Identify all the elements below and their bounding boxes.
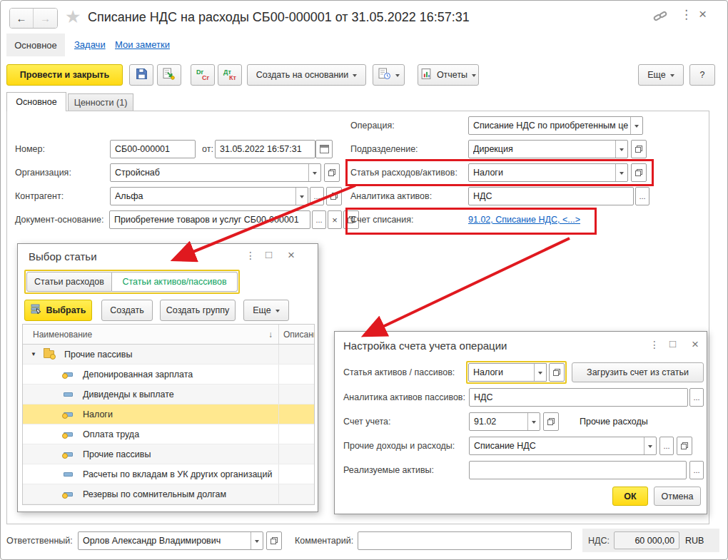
base-document-select-button[interactable]: ... <box>312 210 326 229</box>
window-maximize-icon[interactable]: □ <box>266 249 272 260</box>
create-group-button[interactable]: Создать группу <box>160 300 236 321</box>
create-article-button[interactable]: Создать <box>101 300 153 321</box>
dropdown-button[interactable] <box>534 364 546 381</box>
tab-asset-liability-articles[interactable]: Статьи активов/пассивов <box>112 272 238 292</box>
item-open-button[interactable] <box>549 363 565 382</box>
account-field[interactable]: 91.02 <box>469 412 540 431</box>
expense-item-field[interactable]: Налоги <box>468 163 628 182</box>
dropdown-button[interactable] <box>308 164 320 181</box>
date-field[interactable]: 31.05.2022 16:57:31 <box>215 140 315 158</box>
tab-expense-articles[interactable]: Статьи расходов <box>26 272 112 292</box>
counterparty-select-button[interactable]: ... <box>310 187 324 205</box>
open-form-icon <box>635 169 642 176</box>
window-close-icon[interactable]: × <box>692 338 699 350</box>
number-field[interactable]: СБ00-000001 <box>110 140 196 158</box>
tree-row[interactable]: Дивиденды к выплате <box>23 385 314 404</box>
table-header: Наименование ↓ Описание <box>23 325 314 345</box>
account-note: Прочие расходы <box>580 412 648 431</box>
organization-field[interactable]: Стройснаб <box>110 163 321 182</box>
dropdown-button[interactable] <box>295 188 308 205</box>
dropdown-button[interactable] <box>615 164 627 181</box>
window-menu-kebab-icon[interactable]: ⋮ <box>649 340 659 350</box>
other-income-field[interactable]: Списание НДС <box>469 437 657 455</box>
tree-row[interactable]: ▼Прочие пассивы <box>23 345 314 365</box>
window-menu-kebab-icon[interactable]: ⋮ <box>680 9 692 21</box>
post-document-button[interactable] <box>157 64 181 86</box>
account-label: Счет учета: <box>343 412 390 431</box>
tree-row[interactable]: Депонированная зарплата <box>23 365 314 385</box>
vat-total-group: НДС: 60 000,00 RUB <box>582 529 719 552</box>
dropdown-button[interactable] <box>630 117 642 134</box>
cancel-button[interactable]: Отмена <box>654 487 701 506</box>
column-header-name[interactable]: Наименование ↓ <box>23 325 279 344</box>
tree-row[interactable]: Резервы по сомнительным долгам <box>23 484 314 504</box>
ellipsis-icon: ... <box>315 215 322 224</box>
date-picker-button[interactable] <box>315 140 333 158</box>
back-button[interactable]: ← <box>10 9 34 28</box>
window-maximize-icon[interactable]: □ <box>669 338 676 349</box>
window-close-icon[interactable]: × <box>288 249 295 261</box>
dropdown-button[interactable] <box>527 413 540 430</box>
window-close-icon[interactable]: × <box>699 7 707 21</box>
other-income-open-button[interactable] <box>677 437 692 455</box>
nav-item-tasks[interactable]: Задачи <box>74 39 106 50</box>
chevron-down-icon <box>538 372 542 377</box>
department-open-button[interactable] <box>631 140 647 158</box>
writeoff-account-link[interactable]: 91.02, Списание НДС, <...> <box>468 215 580 225</box>
dr-cr-postings-button[interactable]: DrCr <box>191 64 215 86</box>
dropdown-button[interactable] <box>251 532 263 549</box>
dropdown-button[interactable] <box>644 437 656 454</box>
department-field[interactable]: Дирекция <box>468 140 628 158</box>
scheduled-tasks-button[interactable] <box>373 64 405 86</box>
responsible-open-button[interactable] <box>266 531 282 550</box>
post-and-close-button[interactable]: Провести и закрыть <box>6 64 123 86</box>
ok-button[interactable]: ОК <box>612 487 648 506</box>
save-button[interactable] <box>129 64 153 86</box>
tree-row[interactable]: Оплата труда <box>23 424 314 444</box>
expense-item-open-button[interactable] <box>631 163 647 182</box>
open-form-icon <box>553 369 560 376</box>
create-from-button[interactable]: Создать на основании <box>247 64 366 86</box>
nav-item-main[interactable]: Основное <box>6 34 65 56</box>
counterparty-field[interactable]: Альфа <box>110 187 308 205</box>
vat-currency: RUB <box>685 531 704 550</box>
organization-open-button[interactable] <box>324 163 340 182</box>
base-document-field[interactable]: Приобретение товаров и услуг СБ00-000001 <box>109 210 310 229</box>
account-open-button[interactable] <box>543 412 559 431</box>
help-button[interactable]: ? <box>689 64 715 86</box>
reports-button[interactable]: Отчеты <box>418 64 479 86</box>
base-document-clear-button[interactable]: × <box>328 210 342 229</box>
analytics-field[interactable]: НДС <box>469 388 688 407</box>
asset-analytics-label: Аналитика активов: <box>350 187 432 205</box>
sellable-assets-select-button[interactable]: ... <box>689 461 704 479</box>
favorite-star-icon[interactable]: ★ <box>65 6 81 27</box>
window-menu-kebab-icon[interactable]: ⋮ <box>246 250 256 260</box>
sellable-assets-field[interactable] <box>469 461 687 479</box>
tree-row[interactable]: Расчеты по вкладам в УК других организац… <box>23 464 314 484</box>
select-article-button[interactable]: Выбрать <box>24 300 92 321</box>
tab-values[interactable]: Ценности (1) <box>68 93 133 111</box>
more-actions-button[interactable]: Еще <box>243 300 289 321</box>
forward-button[interactable]: → <box>34 9 57 28</box>
operation-field[interactable]: Списание НДС по приобретенным це <box>468 116 643 135</box>
responsible-field[interactable]: Орлов Александр Владимирович <box>78 531 263 550</box>
get-link-icon[interactable] <box>653 9 667 25</box>
asset-analytics-field[interactable]: НДС <box>468 187 634 205</box>
other-income-select-button[interactable]: ... <box>659 437 674 455</box>
item-field[interactable]: Налоги <box>468 363 547 382</box>
chevron-down-icon <box>300 195 304 200</box>
expand-caret-icon[interactable]: ▼ <box>31 351 39 357</box>
dropdown-button[interactable] <box>615 141 627 158</box>
counterparty-open-button[interactable] <box>326 187 342 205</box>
tree-row[interactable]: Налоги <box>23 404 314 424</box>
analytics-select-button[interactable]: ... <box>689 388 704 407</box>
tab-main[interactable]: Основное <box>6 92 66 111</box>
dt-kt-postings-button[interactable]: ДтКт <box>218 64 242 86</box>
comment-field[interactable] <box>358 531 572 550</box>
asset-analytics-select-button[interactable]: ... <box>635 187 649 205</box>
column-header-description[interactable]: Описание <box>279 325 314 344</box>
load-account-from-item-button[interactable]: Загрузить счет из статьи <box>572 362 704 382</box>
tree-row[interactable]: Прочие пассивы <box>23 444 314 464</box>
more-actions-button[interactable]: Еще <box>638 64 684 86</box>
nav-item-notes[interactable]: Мои заметки <box>115 39 170 50</box>
